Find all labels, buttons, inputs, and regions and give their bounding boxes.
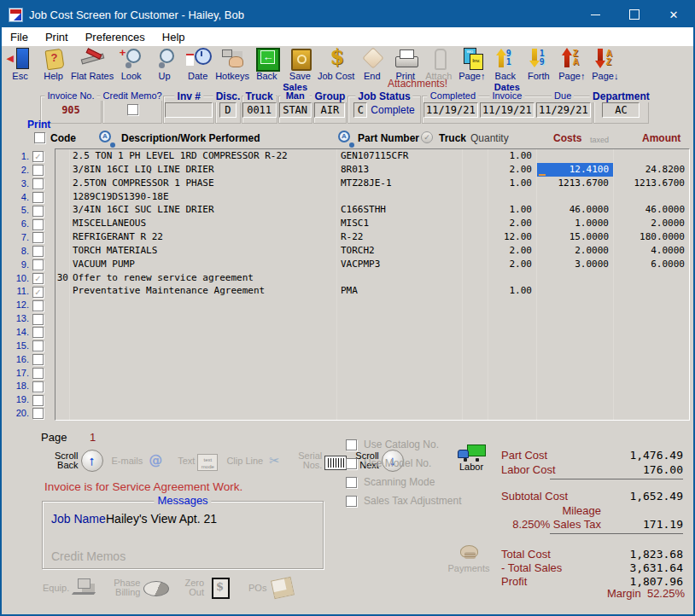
print-checkbox[interactable] xyxy=(32,381,44,392)
table-row[interactable]: 3/8IN 16CI LIQ LINE DRIER8R0132.0012.410… xyxy=(55,163,689,177)
toolbar-button-book[interactable]: Help xyxy=(37,47,70,81)
due-field[interactable]: 11/29/21 xyxy=(536,102,591,118)
table-row[interactable] xyxy=(55,352,689,366)
nav-scroll-up[interactable]: ScrollBack xyxy=(55,450,103,472)
cell-cost[interactable]: 1.0000 xyxy=(537,217,614,230)
menu-print[interactable]: Print xyxy=(37,31,77,44)
cell-cost[interactable] xyxy=(537,352,614,366)
toolbar-button-door[interactable]: Esc xyxy=(3,47,37,81)
toolbar-button-safe[interactable]: Save xyxy=(283,47,317,81)
table-row[interactable] xyxy=(55,339,689,352)
tool-pos[interactable]: POs xyxy=(248,577,297,599)
table-row[interactable]: VACUUM PUMPVACPMP32.003.00006.0000 xyxy=(55,258,689,271)
completed-field[interactable]: 11/19/21 xyxy=(423,102,478,118)
nav-text-mode[interactable]: Texttext mode xyxy=(178,450,218,471)
cell-cost[interactable] xyxy=(537,339,614,352)
print-checkbox[interactable] xyxy=(32,340,44,352)
nav-barcode[interactable]: SerialNos. xyxy=(298,451,347,470)
print-checkbox[interactable] xyxy=(32,259,44,270)
close-button[interactable] xyxy=(654,2,693,27)
table-row[interactable] xyxy=(55,298,689,311)
cell-cost[interactable] xyxy=(537,298,614,311)
cell-cost[interactable] xyxy=(537,379,614,392)
cell-cost[interactable] xyxy=(537,406,614,420)
table-row[interactable]: 30Offer to renew service agreement xyxy=(55,271,689,285)
toolbar-button-paperclip[interactable]: Attach xyxy=(422,47,455,81)
toolbar-button-magnifier[interactable]: Up xyxy=(148,47,181,81)
print-checkbox[interactable] xyxy=(32,192,44,203)
toolbar-button-sort-za[interactable]: Page↑ xyxy=(555,47,588,81)
toolbar-button-magnifier-plus[interactable]: Look xyxy=(114,47,148,81)
toolbar-button-printer[interactable]: Print xyxy=(388,47,422,81)
menu-preferences[interactable]: Preferences xyxy=(77,31,154,44)
print-checkbox[interactable] xyxy=(32,368,44,379)
toolbar-button-dollar[interactable]: Job Cost xyxy=(317,47,355,81)
job-status-field[interactable]: C xyxy=(353,102,367,118)
option-checkbox[interactable] xyxy=(346,439,357,450)
group-field[interactable]: AIR xyxy=(314,102,345,118)
cell-cost[interactable] xyxy=(537,311,614,325)
nav-at[interactable]: E-mails xyxy=(112,449,170,473)
toolbar-button-down-19[interactable]: Forth xyxy=(522,47,555,81)
invoice-date-field[interactable]: 11/19/21 xyxy=(480,102,534,118)
cell-cost[interactable] xyxy=(537,325,614,339)
salesman-field[interactable]: STAN xyxy=(279,102,312,118)
toolbar-button-clock[interactable]: Date xyxy=(181,47,214,81)
department-field[interactable]: AC xyxy=(602,102,640,118)
maximize-button[interactable] xyxy=(615,2,654,27)
table-row[interactable] xyxy=(55,325,689,339)
find-part-icon[interactable] xyxy=(337,131,352,145)
tool-zero[interactable]: ZeroOut xyxy=(184,577,235,599)
option-checkbox[interactable] xyxy=(346,496,357,507)
tool-equip[interactable]: Equip. xyxy=(43,577,100,599)
nav-scissors[interactable]: Clip Line xyxy=(226,449,289,473)
toolbar-button-hand-keys[interactable]: Hotkeys xyxy=(214,47,250,81)
table-row[interactable] xyxy=(55,406,689,420)
option-checkbox[interactable] xyxy=(346,458,357,469)
print-checkbox[interactable] xyxy=(32,354,44,365)
labor-button[interactable]: Labor xyxy=(454,443,488,472)
table-row[interactable]: 2.5TON COMPRESSOR 1 PHASEMTZ28JE-11.0012… xyxy=(55,177,689,190)
toolbar-button-tools[interactable]: Flat Rates xyxy=(70,47,114,81)
print-checkbox[interactable] xyxy=(32,219,44,230)
print-checkbox[interactable] xyxy=(32,246,44,257)
table-row[interactable] xyxy=(55,379,689,392)
cell-cost[interactable]: 15.0000 xyxy=(537,230,614,244)
print-checkbox[interactable] xyxy=(32,206,44,217)
table-row[interactable] xyxy=(55,366,689,380)
cell-cost[interactable] xyxy=(537,190,614,204)
toolbar-button-up-91[interactable]: Back xyxy=(488,47,522,81)
table-row[interactable] xyxy=(55,392,689,406)
print-checkbox[interactable] xyxy=(32,300,44,311)
cell-cost[interactable]: 46.0000 xyxy=(537,203,614,217)
table-row[interactable]: MISCELLANEOUSMISC12.001.00002.0000 xyxy=(55,217,689,230)
toolbar-button-green-back[interactable]: Back xyxy=(250,47,283,81)
truck-field[interactable]: 0011 xyxy=(242,102,277,118)
menu-help[interactable]: Help xyxy=(154,31,194,44)
table-row[interactable] xyxy=(55,311,689,325)
cell-cost[interactable]: 2.0000 xyxy=(537,244,614,258)
truck-check-icon[interactable] xyxy=(421,131,433,143)
cell-cost[interactable] xyxy=(537,284,614,298)
cell-cost[interactable] xyxy=(537,271,614,285)
print-checkbox[interactable] xyxy=(32,151,44,162)
cell-cost[interactable]: 1213.6700 xyxy=(537,177,614,190)
find-description-icon[interactable] xyxy=(98,131,113,145)
print-checkbox[interactable] xyxy=(32,165,44,176)
print-all-checkbox[interactable] xyxy=(34,132,45,143)
cell-cost[interactable]: 3.0000 xyxy=(537,258,614,271)
table-row[interactable]: Preventative Maintenance AgreementPMA1.0… xyxy=(55,284,689,298)
inv-number-field[interactable] xyxy=(165,102,213,118)
cell-cost[interactable] xyxy=(537,149,614,163)
table-row[interactable]: TORCH MATERIALSTORCH22.002.00004.0000 xyxy=(55,244,689,258)
toolbar-button-pages[interactable]: Page↑ xyxy=(455,47,488,81)
print-checkbox[interactable] xyxy=(32,408,44,419)
option-checkbox[interactable] xyxy=(346,477,357,488)
print-checkbox[interactable] xyxy=(32,178,44,189)
toolbar-button-sort-az[interactable]: Page↓ xyxy=(588,47,622,81)
toolbar-button-diamond[interactable]: End xyxy=(355,47,388,81)
cell-cost[interactable] xyxy=(537,366,614,380)
table-row[interactable]: 3/4IN 16CI SUC LINE DRIERC166STHH1.0046.… xyxy=(55,203,689,217)
payments-button[interactable]: Payments xyxy=(447,543,490,573)
menu-file[interactable]: File xyxy=(2,31,37,44)
